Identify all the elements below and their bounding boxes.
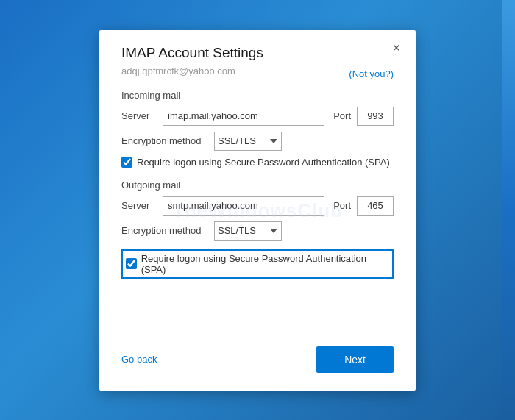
footer: Go back Next: [121, 346, 394, 373]
outgoing-encryption-label: Encryption method: [121, 225, 208, 236]
outgoing-spa-row: Require logon using Secure Password Auth…: [121, 249, 394, 279]
outgoing-server-input[interactable]: [163, 196, 324, 216]
outgoing-server-label: Server: [121, 200, 157, 211]
dialog-container: ✕ IMAP Account Settings adqj.qpfmrcfk@ya…: [99, 30, 416, 391]
incoming-server-label: Server: [121, 110, 157, 121]
outgoing-port-label: Port: [333, 200, 351, 211]
incoming-spa-checkbox[interactable]: [121, 157, 132, 168]
outgoing-server-row: Server Port: [121, 196, 394, 216]
incoming-encryption-label: Encryption method: [121, 135, 208, 146]
not-you-link[interactable]: (Not you?): [349, 68, 394, 79]
outgoing-encryption-row: Encryption method SSL/TLS STARTTLS None: [121, 221, 394, 241]
go-back-button[interactable]: Go back: [121, 354, 157, 365]
incoming-encryption-row: Encryption method SSL/TLS STARTTLS None: [121, 132, 394, 151]
outgoing-section-label: Outgoing mail: [121, 179, 394, 191]
incoming-encryption-select[interactable]: SSL/TLS STARTTLS None: [214, 132, 282, 151]
incoming-spa-row: Require logon using Secure Password Auth…: [121, 157, 394, 168]
background-strip: [502, 0, 515, 420]
outgoing-spa-checkbox[interactable]: [126, 258, 137, 269]
incoming-port-label: Port: [333, 110, 351, 121]
incoming-server-input[interactable]: [163, 107, 324, 126]
incoming-spa-label: Require logon using Secure Password Auth…: [137, 157, 390, 168]
outgoing-port-input[interactable]: [357, 196, 394, 216]
next-button[interactable]: Next: [316, 346, 394, 373]
close-button[interactable]: ✕: [388, 39, 405, 57]
incoming-server-row: Server Port: [121, 107, 394, 126]
dialog-title: IMAP Account Settings: [121, 45, 394, 61]
incoming-port-input[interactable]: [357, 107, 394, 126]
outgoing-encryption-select[interactable]: SSL/TLS STARTTLS None: [214, 221, 282, 241]
outgoing-spa-label: Require logon using Secure Password Auth…: [141, 253, 388, 275]
incoming-section-label: Incoming mail: [121, 90, 394, 101]
